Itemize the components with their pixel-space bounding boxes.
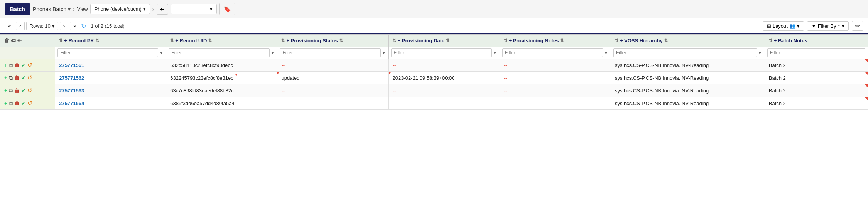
header-tag-icon[interactable]: 🏷 xyxy=(11,38,16,43)
row-add-icon[interactable]: + xyxy=(4,100,7,106)
rows-dropdown[interactable]: Rows: 10 ▾ xyxy=(26,22,58,30)
filter-cell-voss-hierarchy: ▼ xyxy=(611,47,765,59)
filter-input-prov-notes[interactable] xyxy=(502,48,603,57)
row-1-record-pk[interactable]: 275771562 xyxy=(55,72,166,84)
filter-icon-record-pk[interactable]: ▼ xyxy=(159,50,164,55)
col-header-prov-status[interactable]: ⇅ + Provisioning Status ⇅ xyxy=(277,35,388,47)
phones-batch-dropdown-icon[interactable]: ▾ xyxy=(68,6,71,12)
row-3-record-pk[interactable]: 275771564 xyxy=(55,97,166,110)
sort-icon-bn: ⇅ xyxy=(769,38,772,43)
first-page-button[interactable]: « xyxy=(5,22,14,30)
filter-icon-voss-hierarchy[interactable]: ▼ xyxy=(758,50,762,55)
row-copy-icon[interactable]: ⧉ xyxy=(9,75,13,81)
row-undo-icon[interactable]: ↺ xyxy=(27,62,32,69)
col-label-voss-hierarchy: + VOSS Hierarchy xyxy=(620,38,663,43)
record-pk-value[interactable]: 275771561 xyxy=(59,62,84,68)
col-header-batch-notes[interactable]: ⇅ + Batch Notes xyxy=(765,35,868,47)
row-delete-icon[interactable]: 🗑 xyxy=(14,75,20,81)
row-2-record-pk[interactable]: 275771563 xyxy=(55,84,166,97)
row-0-record-pk[interactable]: 275771561 xyxy=(55,59,166,72)
row-check-icon[interactable]: ✔ xyxy=(21,100,26,106)
batch-notes-corner xyxy=(865,84,868,87)
col-header-record-uid[interactable]: ⇅ + Record UID ⇅ xyxy=(166,35,277,47)
record-pk-value[interactable]: 275771563 xyxy=(59,88,84,94)
table-row: + ⧉ 🗑 ✔ ↺ 2757715646385f3dd6ea57dd4d80fa… xyxy=(0,97,868,110)
filter-icon-prov-notes[interactable]: ▼ xyxy=(604,50,608,55)
batch-button[interactable]: Batch xyxy=(5,3,30,15)
table-row: + ⧉ 🗑 ✔ ↺ 27577156363c7c898fd83eae6ef88b… xyxy=(0,84,868,97)
filter-icon-prov-status[interactable]: ▼ xyxy=(382,50,386,55)
row-undo-icon[interactable]: ↺ xyxy=(27,87,32,94)
filter-input-voss-hierarchy[interactable] xyxy=(613,48,757,57)
row-0-prov-date: -- xyxy=(388,59,500,72)
pagination-bar: « ‹ Rows: 10 ▾ › » ↻ 1 of 2 (15 total) ⊞… xyxy=(0,18,868,34)
bookmark-icon: 🔖 xyxy=(223,6,231,12)
row-add-icon[interactable]: + xyxy=(4,62,7,68)
header-edit-icon[interactable]: ✏ xyxy=(17,38,22,43)
row-delete-icon[interactable]: 🗑 xyxy=(14,100,20,106)
filter-by-label: Filter By xyxy=(818,23,836,29)
row-1-prov-date: 2023-02-21 09:58:39+00:00 xyxy=(388,72,500,84)
row-undo-icon[interactable]: ↺ xyxy=(27,100,32,107)
row-1-prov-status: updated xyxy=(277,72,388,84)
col-header-prov-notes[interactable]: ⇅ + Provisioning Notes ⇅ xyxy=(500,35,611,47)
row-check-icon[interactable]: ✔ xyxy=(21,75,26,81)
prov-date-value: -- xyxy=(393,88,396,94)
prov-status-value: -- xyxy=(281,88,285,94)
row-add-icon[interactable]: + xyxy=(4,87,7,94)
col-header-prov-date[interactable]: ⇅ + Provisioning Date ⇅ xyxy=(388,35,500,47)
record-pk-value[interactable]: 275771562 xyxy=(59,75,84,81)
toolbar: Batch Phones Batch ▾ › View Phone (devic… xyxy=(0,0,868,18)
refresh-button[interactable]: ↻ xyxy=(81,22,86,30)
filter-input-batch-notes[interactable] xyxy=(767,48,865,57)
filter-cell-actions xyxy=(0,47,55,59)
row-copy-icon[interactable]: ⧉ xyxy=(9,100,13,107)
col-label-batch-notes: + Batch Notes xyxy=(774,38,807,43)
phone-device-label: Phone (device/cucm) xyxy=(95,6,142,12)
filter-icon-prov-date[interactable]: ▼ xyxy=(493,50,497,55)
filter-input-prov-date[interactable] xyxy=(391,48,492,57)
row-0-voss-hierarchy: sys.hcs.CS-P.CS-NB.Innovia.INV-Reading xyxy=(611,59,765,72)
last-page-button[interactable]: » xyxy=(70,22,79,30)
row-delete-icon[interactable]: 🗑 xyxy=(14,87,20,94)
row-undo-icon[interactable]: ↺ xyxy=(27,74,32,81)
header-trash-icon[interactable]: 🗑 xyxy=(4,38,9,43)
back-button[interactable]: ↩ xyxy=(157,4,168,15)
filter-sort-icon: ↑ xyxy=(838,23,841,29)
row-copy-icon[interactable]: ⧉ xyxy=(9,62,13,69)
filter-input-record-uid[interactable] xyxy=(169,48,269,57)
sort-icon-uid: ⇅ xyxy=(170,38,174,43)
record-pk-value[interactable]: 275771564 xyxy=(59,100,84,106)
filter-input-record-pk[interactable] xyxy=(57,48,158,57)
row-delete-icon[interactable]: 🗑 xyxy=(14,62,20,68)
layout-button[interactable]: ⊞ Layout 👥 ▾ xyxy=(763,21,804,31)
next-page-button[interactable]: › xyxy=(60,22,68,30)
row-check-icon[interactable]: ✔ xyxy=(21,87,26,94)
breadcrumb-separator-2: › xyxy=(152,6,154,12)
filter-dropdown-arrow: ▾ xyxy=(842,23,844,29)
bookmark-button[interactable]: 🔖 xyxy=(219,3,235,15)
phone-device-dropdown[interactable]: Phone (device/cucm) ▾ xyxy=(90,4,150,14)
prov-notes-value: -- xyxy=(504,88,507,94)
row-1-actions: + ⧉ 🗑 ✔ ↺ xyxy=(0,72,55,84)
row-copy-icon[interactable]: ⧉ xyxy=(9,87,13,94)
sort-icon-pk: ⇅ xyxy=(59,38,62,43)
row-check-icon[interactable]: ✔ xyxy=(21,62,26,68)
row-add-icon[interactable]: + xyxy=(4,75,7,81)
sort-icon-pn2: ⇅ xyxy=(560,38,564,43)
edit-button[interactable]: ✏ xyxy=(852,21,863,31)
row-2-record-uid: 63c7c898fd83eae6ef88b82c xyxy=(166,84,277,97)
sort-icon-uid2: ⇅ xyxy=(208,38,212,43)
col-header-record-pk[interactable]: ⇅ + Record PK ⇅ xyxy=(55,35,166,47)
extra-dropdown[interactable]: ▾ xyxy=(171,4,217,14)
extra-dropdown-arrow: ▾ xyxy=(210,6,213,12)
col-label-prov-date: + Provisioning Date xyxy=(398,38,445,43)
filter-icon-record-uid[interactable]: ▼ xyxy=(270,50,275,55)
sort-icon-pd2: ⇅ xyxy=(446,38,449,43)
col-header-voss-hierarchy[interactable]: ⇅ + VOSS Hierarchy ⇅ xyxy=(611,35,765,47)
prev-page-button[interactable]: ‹ xyxy=(16,22,24,30)
table-header-row: 🗑 🏷 ✏ ⇅ + Record PK ⇅ ⇅ + Record U xyxy=(0,35,868,47)
filter-input-prov-status[interactable] xyxy=(280,48,380,57)
pagination-left: « ‹ Rows: 10 ▾ › » ↻ 1 of 2 (15 total) xyxy=(5,22,125,30)
filter-by-button[interactable]: ▼ Filter By ↑ ▾ xyxy=(807,21,849,31)
